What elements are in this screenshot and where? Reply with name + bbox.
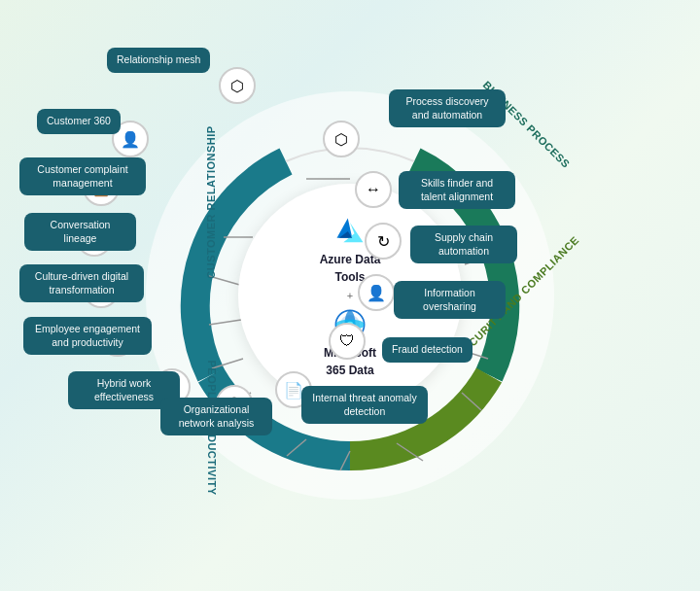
tooltip-relationship-mesh: Relationship mesh	[107, 48, 210, 73]
icon-relationship-mesh: ⬡	[219, 67, 256, 104]
icon-process: ⬡	[323, 121, 360, 157]
tooltip-internal-threat: Internal threat anomaly detection	[301, 386, 428, 424]
label-customer-relationship: Customer relationship	[205, 125, 217, 278]
tooltip-process-discovery: Process discovery and automation	[389, 89, 506, 127]
icon-fraud: 🛡	[329, 323, 366, 360]
icon-supply: ↻	[365, 223, 402, 260]
tooltip-customer-complaint: Customer complaint management	[19, 157, 146, 195]
tooltip-customer-360: Customer 360	[37, 109, 121, 134]
center-365-text: 365 Data	[326, 364, 373, 377]
tooltip-info-oversharing: Information oversharing	[394, 281, 506, 319]
tooltip-culture-digital: Culture-driven digital transformation	[19, 264, 144, 302]
tooltip-skills-finder: Skills finder and talent alignment	[399, 171, 515, 209]
tooltip-conversation-lineage: Conversation lineage	[24, 213, 136, 251]
tooltip-supply-chain: Supply chain automation	[410, 226, 517, 263]
center-plus: +	[347, 290, 353, 301]
tooltip-fraud-detection: Fraud detection	[382, 337, 472, 363]
tooltip-employee-engagement: Employee engagement and productivity	[23, 317, 152, 355]
diagram-container: ⬡ 👤 📋 ⊞ ✕ ⏱ ☁ ◯ 📄 🛡 👤 ↻ ↔ ⬡ Customer rel…	[19, 14, 681, 577]
icon-skills: ↔	[355, 171, 392, 208]
azure-logo	[332, 214, 368, 249]
tooltip-org-network: Organizational network analysis	[160, 398, 272, 435]
icon-info: 👤	[358, 274, 395, 311]
